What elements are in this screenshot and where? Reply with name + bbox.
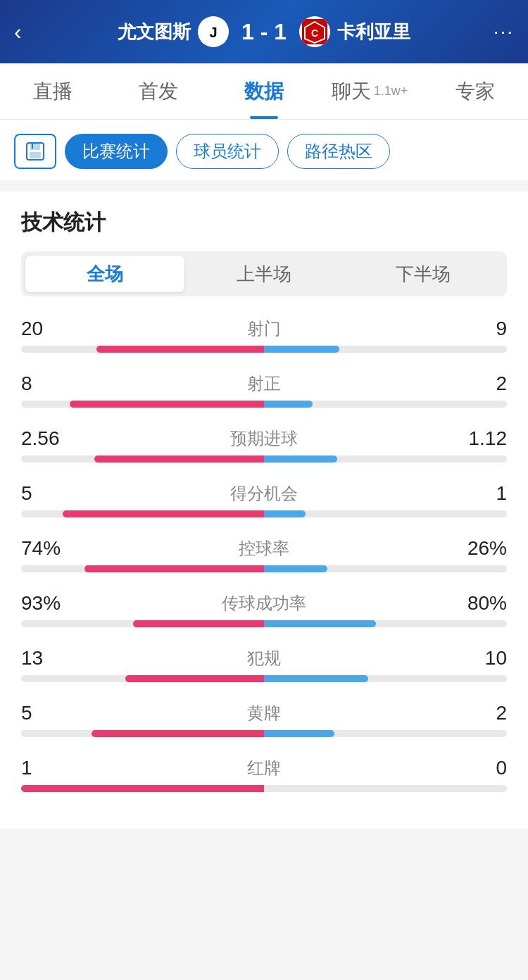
stat-row: 1 红牌 0 bbox=[21, 757, 507, 792]
stat-right-value: 1 bbox=[422, 482, 507, 505]
stat-left-value: 2.56 bbox=[21, 427, 106, 450]
stat-right-value: 2 bbox=[422, 702, 507, 724]
svg-text:J: J bbox=[209, 25, 217, 40]
sub-tab-player-stats[interactable]: 球员统计 bbox=[176, 134, 279, 169]
bar-left bbox=[63, 510, 264, 517]
stats-title: 技术统计 bbox=[21, 208, 507, 237]
tab-chat[interactable]: 聊天1.1w+ bbox=[317, 63, 422, 119]
stat-values: 13 犯规 10 bbox=[21, 647, 507, 670]
bar-right bbox=[264, 620, 376, 627]
stat-right-value: 9 bbox=[422, 318, 507, 340]
stat-left-value: 93% bbox=[21, 592, 106, 615]
stat-bar bbox=[21, 785, 507, 792]
stat-label: 射门 bbox=[106, 318, 422, 340]
stat-row: 74% 控球率 26% bbox=[21, 537, 507, 572]
stat-bar bbox=[21, 510, 507, 517]
stat-right-value: 1.12 bbox=[422, 427, 507, 450]
period-tabs: 全场 上半场 下半场 bbox=[21, 251, 507, 296]
stat-right-value: 80% bbox=[422, 592, 507, 615]
stat-values: 20 射门 9 bbox=[21, 318, 507, 340]
stat-bar bbox=[21, 620, 507, 627]
stat-bar bbox=[21, 456, 507, 463]
stat-row: 5 得分机会 1 bbox=[21, 482, 507, 517]
bar-right bbox=[264, 730, 334, 737]
stat-left-value: 8 bbox=[21, 372, 106, 395]
bar-left bbox=[94, 456, 265, 463]
bar-right bbox=[264, 346, 339, 353]
stat-left-value: 20 bbox=[21, 318, 106, 340]
bar-left bbox=[92, 730, 264, 737]
sub-tab-match-stats[interactable]: 比赛统计 bbox=[65, 134, 168, 169]
stat-bar bbox=[21, 730, 507, 737]
stat-bar bbox=[21, 346, 507, 353]
stat-label: 传球成功率 bbox=[106, 592, 422, 615]
tab-data[interactable]: 数据 bbox=[211, 63, 317, 119]
header: ‹ 尤文图斯 J 1 - 1 C 卡利亚里 ··· bbox=[0, 0, 528, 63]
stat-bar bbox=[21, 401, 507, 408]
stat-bar bbox=[21, 565, 507, 572]
away-team-name: 卡利亚里 bbox=[337, 20, 410, 44]
stat-left-value: 74% bbox=[21, 537, 106, 560]
stat-values: 93% 传球成功率 80% bbox=[21, 592, 507, 615]
stat-rows-container: 20 射门 9 8 射正 2 2.56 预期进球 1.12 5 bbox=[21, 318, 507, 792]
bar-right bbox=[264, 565, 327, 572]
home-team-name: 尤文图斯 bbox=[118, 20, 191, 44]
save-button[interactable] bbox=[14, 134, 56, 169]
stat-row: 20 射门 9 bbox=[21, 318, 507, 353]
stat-values: 5 黄牌 2 bbox=[21, 702, 507, 724]
bar-left bbox=[125, 675, 264, 682]
stat-bar bbox=[21, 675, 507, 682]
stat-values: 5 得分机会 1 bbox=[21, 482, 507, 505]
stat-label: 黄牌 bbox=[106, 702, 422, 724]
svg-rect-8 bbox=[32, 144, 33, 149]
bar-left bbox=[21, 785, 264, 792]
bar-left bbox=[84, 565, 264, 572]
stat-label: 预期进球 bbox=[106, 427, 422, 450]
period-tab-second-half[interactable]: 下半场 bbox=[344, 256, 503, 292]
stat-row: 2.56 预期进球 1.12 bbox=[21, 427, 507, 463]
bar-left bbox=[96, 346, 264, 353]
bar-left bbox=[70, 401, 264, 408]
stat-right-value: 10 bbox=[422, 647, 507, 670]
stat-left-value: 1 bbox=[21, 757, 106, 779]
tab-live[interactable]: 直播 bbox=[0, 63, 106, 119]
stat-values: 74% 控球率 26% bbox=[21, 537, 507, 560]
bar-right bbox=[264, 401, 313, 408]
stat-right-value: 2 bbox=[422, 372, 507, 395]
stat-values: 8 射正 2 bbox=[21, 372, 507, 395]
nav-tabs: 直播 首发 数据 聊天1.1w+ 专家 bbox=[0, 63, 528, 120]
stat-left-value: 13 bbox=[21, 647, 106, 670]
back-button[interactable]: ‹ bbox=[14, 19, 49, 45]
bar-right bbox=[264, 510, 306, 517]
sub-tab-heatmap[interactable]: 路径热区 bbox=[287, 134, 390, 169]
match-title: 尤文图斯 J 1 - 1 C 卡利亚里 bbox=[49, 16, 479, 47]
bar-right bbox=[264, 456, 337, 463]
stat-values: 2.56 预期进球 1.12 bbox=[21, 427, 507, 450]
stat-label: 红牌 bbox=[106, 757, 422, 779]
period-tab-first-half[interactable]: 上半场 bbox=[184, 256, 344, 292]
stat-label: 控球率 bbox=[106, 537, 422, 560]
away-team-logo: C bbox=[299, 16, 330, 47]
tab-expert[interactable]: 专家 bbox=[422, 63, 528, 119]
stat-label: 得分机会 bbox=[106, 482, 422, 505]
svg-rect-7 bbox=[30, 152, 41, 158]
chat-badge: 1.1w+ bbox=[374, 84, 408, 99]
period-tab-full[interactable]: 全场 bbox=[25, 256, 184, 292]
stat-row: 8 射正 2 bbox=[21, 372, 507, 408]
bar-left bbox=[133, 620, 264, 627]
tab-lineup[interactable]: 首发 bbox=[106, 63, 211, 119]
stat-row: 93% 传球成功率 80% bbox=[21, 592, 507, 627]
sub-tabs-container: 比赛统计 球员统计 路径热区 bbox=[0, 120, 528, 180]
stats-section: 技术统计 全场 上半场 下半场 20 射门 9 8 射正 2 bbox=[0, 191, 528, 829]
bar-right bbox=[264, 675, 368, 682]
home-team-logo: J bbox=[198, 16, 229, 47]
match-score: 1 - 1 bbox=[241, 19, 287, 45]
stat-right-value: 26% bbox=[422, 537, 507, 560]
stat-values: 1 红牌 0 bbox=[21, 757, 507, 779]
stat-label: 射正 bbox=[106, 372, 422, 395]
stat-left-value: 5 bbox=[21, 702, 106, 724]
more-button[interactable]: ··· bbox=[479, 20, 514, 43]
svg-text:C: C bbox=[311, 27, 318, 39]
stat-row: 5 黄牌 2 bbox=[21, 702, 507, 737]
stat-row: 13 犯规 10 bbox=[21, 647, 507, 682]
